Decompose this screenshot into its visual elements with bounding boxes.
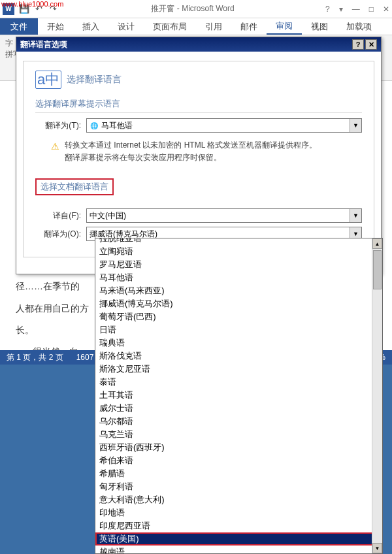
dropdown-item[interactable]: 罗马尼亚语 xyxy=(95,258,382,271)
help-button[interactable]: ? xyxy=(325,5,330,14)
dropdown-item[interactable]: 瑞典语 xyxy=(95,336,382,350)
tab-references[interactable]: 引用 xyxy=(196,18,231,35)
dropdown-scrollbar[interactable]: ▲ ▼ xyxy=(372,238,382,553)
dropdown-item[interactable]: 西班牙语(西班牙) xyxy=(95,441,382,454)
dropdown-item[interactable]: 印度尼西亚语 xyxy=(95,519,382,532)
dropdown-item[interactable]: 乌尔都语 xyxy=(95,415,382,428)
watermark-url: www.blue1000.com xyxy=(1,0,63,8)
language-icon: 🌐 xyxy=(90,121,99,130)
warning-icon: ⚠ xyxy=(51,139,59,164)
dropdown-item[interactable]: 泰语 xyxy=(95,376,382,389)
dropdown-item[interactable]: 日语 xyxy=(95,323,382,336)
translate-from-value: 中文(中国) xyxy=(90,210,126,221)
dropdown-item[interactable]: 土耳其语 xyxy=(95,389,382,402)
section-doc-title: 选择文档翻译语言 xyxy=(35,178,114,195)
dropdown-item[interactable]: 斯洛伐克语 xyxy=(95,350,382,363)
warning-text-2: 翻译屏幕提示将在每次安装应用程序时保留。 xyxy=(65,152,317,164)
dropdown-item[interactable]: 拉脱维亚语 xyxy=(95,238,382,245)
dropdown-item[interactable]: 葡萄牙语(巴西) xyxy=(95,310,382,323)
dialog-title-bar[interactable]: 翻译语言选项 ? ✕ xyxy=(16,37,381,52)
dropdown-item[interactable]: 希腊语 xyxy=(95,467,382,480)
dialog-help-button[interactable]: ? xyxy=(352,39,364,50)
maximize-button[interactable]: □ xyxy=(369,5,374,14)
scroll-thumb[interactable] xyxy=(373,250,382,289)
scroll-down-button[interactable]: ▼ xyxy=(372,543,382,553)
tab-view[interactable]: 视图 xyxy=(302,18,337,35)
dropdown-item[interactable]: 斯洛文尼亚语 xyxy=(95,363,382,376)
translate-to-doc-label: 翻译为(O): xyxy=(35,229,81,240)
dropdown-item[interactable]: 意大利语(意大利) xyxy=(95,493,382,506)
dropdown-item[interactable]: 希伯来语 xyxy=(95,454,382,467)
tab-review[interactable]: 审阅 xyxy=(267,18,302,35)
dialog-header: 选择翻译语言 xyxy=(67,74,122,86)
status-word-count[interactable]: 1607 xyxy=(76,353,94,362)
dropdown-item[interactable]: 马耳他语 xyxy=(95,271,382,284)
dropdown-item[interactable]: 挪威语(博克马尔语) xyxy=(95,297,382,310)
dropdown-item[interactable]: 乌克兰语 xyxy=(95,428,382,441)
window-title: 推开窗 - Microsoft Word xyxy=(60,3,325,14)
tab-addins[interactable]: 加载项 xyxy=(337,18,381,35)
warning-text-1: 转换文本通过 Internet 以未加密的 HTML 格式发送至机器翻译提供程序… xyxy=(65,139,317,152)
dialog-close-button[interactable]: ✕ xyxy=(365,39,377,50)
tab-file[interactable]: 文件 xyxy=(0,18,38,35)
dropdown-item[interactable]: 马来语(马来西亚) xyxy=(95,284,382,297)
scroll-up-button[interactable]: ▲ xyxy=(372,238,382,249)
tab-home[interactable]: 开始 xyxy=(38,18,73,35)
translate-to-value: 马耳他语 xyxy=(101,120,133,131)
dropdown-item[interactable]: 威尔士语 xyxy=(95,402,382,415)
tab-insert[interactable]: 插入 xyxy=(73,18,108,35)
dropdown-item[interactable]: 英语(美国) xyxy=(95,532,382,546)
section-screentip-title: 选择翻译屏幕提示语言 xyxy=(35,98,362,113)
status-page[interactable]: 第 1 页，共 2 页 xyxy=(7,352,63,363)
language-dropdown[interactable]: ▲ ▼ 拉脱维亚语立陶宛语罗马尼亚语马耳他语马来语(马来西亚)挪威语(博克马尔语… xyxy=(95,238,383,554)
translate-from-label: 译自(F): xyxy=(35,210,81,221)
minimize-button[interactable]: — xyxy=(352,5,360,14)
translate-to-label: 翻译为(T): xyxy=(35,120,81,131)
dropdown-item[interactable]: 印地语 xyxy=(95,506,382,519)
dropdown-item[interactable]: 匈牙利语 xyxy=(95,480,382,493)
dropdown-item[interactable]: 越南语 xyxy=(95,546,382,554)
dropdown-item[interactable]: 立陶宛语 xyxy=(95,245,382,258)
chevron-down-icon[interactable]: ▼ xyxy=(350,209,361,222)
close-button[interactable]: ✕ xyxy=(383,5,389,14)
ribbon-tabs: 文件 开始 插入 设计 页面布局 引用 邮件 审阅 视图 加载项 xyxy=(0,18,392,35)
ribbon-options-button[interactable]: ▾ xyxy=(339,5,343,14)
tab-mailings[interactable]: 邮件 xyxy=(231,18,267,35)
translate-to-combo[interactable]: 🌐 马耳他语 ▼ xyxy=(86,118,362,133)
dialog-title: 翻译语言选项 xyxy=(20,39,67,50)
tab-layout[interactable]: 页面布局 xyxy=(144,18,196,35)
tab-design[interactable]: 设计 xyxy=(108,18,144,35)
translate-from-combo[interactable]: 中文(中国) ▼ xyxy=(86,208,362,223)
chevron-down-icon[interactable]: ▼ xyxy=(350,119,361,132)
translate-icon: a中 xyxy=(35,71,61,89)
